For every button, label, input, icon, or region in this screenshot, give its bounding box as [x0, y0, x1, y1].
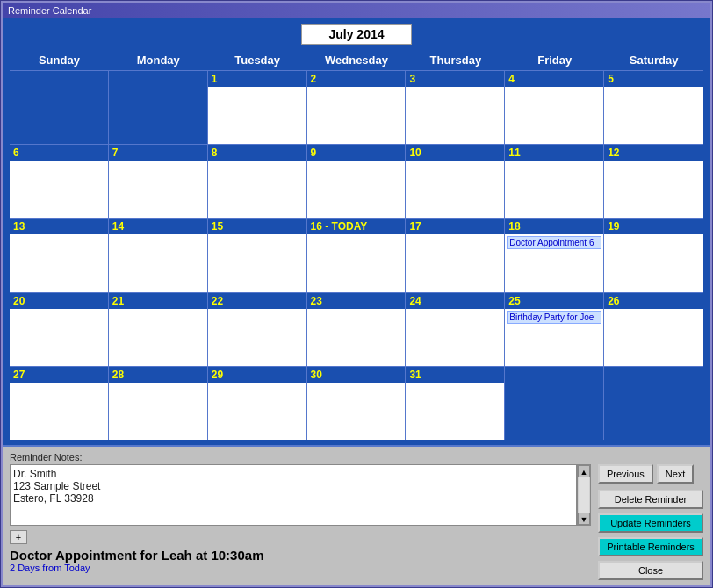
day-header-sunday: Sunday	[10, 50, 109, 70]
add-row: +	[10, 528, 591, 544]
day-cell-13[interactable]: 13	[10, 219, 109, 291]
calendar-grid: SundayMondayTuesdayWednesdayThursdayFrid…	[10, 50, 703, 440]
day-cell-1[interactable]: 1	[208, 71, 307, 144]
day-header-tuesday: Tuesday	[208, 50, 307, 70]
day-number-22: 22	[208, 293, 306, 309]
day-number-15: 15	[208, 219, 306, 234]
day-number-26: 26	[604, 293, 703, 309]
bottom-panel: Reminder Notes: Dr. Smith123 Sample Stre…	[3, 445, 710, 585]
day-cell-22[interactable]: 22	[208, 293, 307, 366]
day-cell-2[interactable]: 2	[307, 71, 407, 144]
day-cell-18[interactable]: 18Doctor Appointment 6	[505, 219, 604, 291]
day-number-10: 10	[406, 145, 504, 161]
day-cell-4[interactable]: 4	[505, 71, 604, 144]
day-number-27: 27	[10, 367, 108, 383]
day-number-1: 1	[208, 71, 306, 87]
calendar-container: July 2014 SundayMondayTuesdayWednesdayTh…	[3, 18, 710, 445]
day-number-30: 30	[307, 367, 406, 383]
day-number-12: 12	[604, 145, 703, 161]
title-bar: Reminder Calendar	[3, 3, 710, 18]
day-number-3: 3	[406, 71, 504, 87]
day-cell-3[interactable]: 3	[406, 71, 505, 144]
day-cell-15[interactable]: 15	[208, 219, 307, 291]
previous-button[interactable]: Previous	[598, 464, 653, 484]
scroll-down-arrow[interactable]: ▼	[578, 513, 590, 525]
day-cell-5[interactable]: 5	[604, 71, 703, 144]
day-header-thursday: Thursday	[406, 50, 505, 70]
day-cell-29[interactable]: 29	[208, 367, 307, 440]
reminder-scroll: Dr. Smith123 Sample StreetEstero, FL 339…	[10, 464, 591, 526]
add-button[interactable]: +	[10, 530, 27, 544]
day-cell-23[interactable]: 23	[307, 293, 407, 366]
event-25[interactable]: Birthday Party for Joe	[507, 311, 601, 324]
main-window: Reminder Calendar July 2014 SundayMonday…	[1, 1, 712, 587]
week-row-4: 2728293031	[10, 366, 703, 440]
day-number-13: 13	[10, 219, 108, 234]
day-header-monday: Monday	[109, 50, 208, 70]
day-cell-21[interactable]: 21	[109, 293, 208, 366]
appointment-info: Doctor Appointment for Leah at 10:30am 2…	[10, 548, 591, 573]
day-number-2: 2	[307, 71, 406, 87]
day-cell-31[interactable]: 31	[406, 367, 505, 440]
appointment-subtitle: 2 Days from Today	[10, 563, 591, 573]
day-cell-30[interactable]: 30	[307, 367, 407, 440]
day-cell-9[interactable]: 9	[307, 145, 407, 218]
day-cell-11[interactable]: 11	[505, 145, 604, 218]
day-number-14: 14	[109, 219, 207, 234]
delete-reminder-button[interactable]: Delete Reminder	[598, 490, 703, 509]
day-cell-20[interactable]: 20	[10, 293, 109, 366]
day-cell-empty	[10, 71, 109, 144]
reminder-content[interactable]: Dr. Smith123 Sample StreetEstero, FL 339…	[10, 464, 577, 526]
printable-reminders-button[interactable]: Printable Reminders	[598, 537, 703, 556]
month-title: July 2014	[301, 24, 411, 45]
day-number-7: 7	[109, 145, 207, 161]
day-cell-6[interactable]: 6	[10, 145, 109, 218]
day-header-wednesday: Wednesday	[307, 50, 407, 70]
day-number-23: 23	[307, 293, 406, 309]
day-number-19: 19	[604, 219, 703, 234]
day-cell-19[interactable]: 19	[604, 219, 703, 291]
week-row-3: 202122232425Birthday Party for Joe26	[10, 292, 703, 366]
day-cell-24[interactable]: 24	[406, 293, 505, 366]
day-cell-27[interactable]: 27	[10, 367, 109, 440]
right-buttons: Previous Next Delete Reminder Update Rem…	[598, 452, 703, 580]
day-number-4: 4	[505, 71, 603, 87]
day-number-21: 21	[109, 293, 207, 309]
day-cell-empty	[109, 71, 208, 144]
day-cell-25[interactable]: 25Birthday Party for Joe	[505, 293, 604, 366]
day-cell-28[interactable]: 28	[109, 367, 208, 440]
day-number-8: 8	[208, 145, 306, 161]
day-number-29: 29	[208, 367, 306, 383]
day-headers: SundayMondayTuesdayWednesdayThursdayFrid…	[10, 50, 703, 70]
day-cell-26[interactable]: 26	[604, 293, 703, 366]
day-cell-empty	[604, 367, 703, 440]
day-cell-12[interactable]: 12	[604, 145, 703, 218]
day-header-saturday: Saturday	[604, 50, 703, 70]
month-header: July 2014	[10, 24, 703, 45]
nav-buttons: Previous Next	[598, 464, 703, 484]
day-cell-empty	[505, 367, 604, 440]
update-reminders-button[interactable]: Update Reminders	[598, 513, 703, 533]
close-button[interactable]: Close	[598, 561, 703, 580]
day-cell-17[interactable]: 17	[406, 219, 505, 291]
week-row-2: 13141516 - TODAY1718Doctor Appointment 6…	[10, 218, 703, 291]
scroll-up-arrow[interactable]: ▲	[578, 465, 590, 477]
day-number-20: 20	[10, 293, 108, 309]
reminder-section: Reminder Notes: Dr. Smith123 Sample Stre…	[10, 452, 591, 573]
week-row-0: 12345	[10, 70, 703, 144]
week-row-1: 6789101112	[10, 144, 703, 218]
next-button[interactable]: Next	[657, 464, 695, 484]
day-number-6: 6	[10, 145, 108, 161]
day-number-31: 31	[406, 367, 504, 383]
day-cell-10[interactable]: 10	[406, 145, 505, 218]
appointment-title: Doctor Appointment for Leah at 10:30am	[10, 548, 591, 563]
reminder-label: Reminder Notes:	[10, 452, 591, 463]
day-cell-14[interactable]: 14	[109, 219, 208, 291]
day-cell-7[interactable]: 7	[109, 145, 208, 218]
day-cell-16[interactable]: 16 - TODAY	[307, 219, 407, 291]
day-number-28: 28	[109, 367, 207, 383]
day-number-5: 5	[604, 71, 703, 87]
day-cell-8[interactable]: 8	[208, 145, 307, 218]
event-18[interactable]: Doctor Appointment 6	[507, 236, 601, 249]
day-number-18: 18	[505, 219, 603, 234]
